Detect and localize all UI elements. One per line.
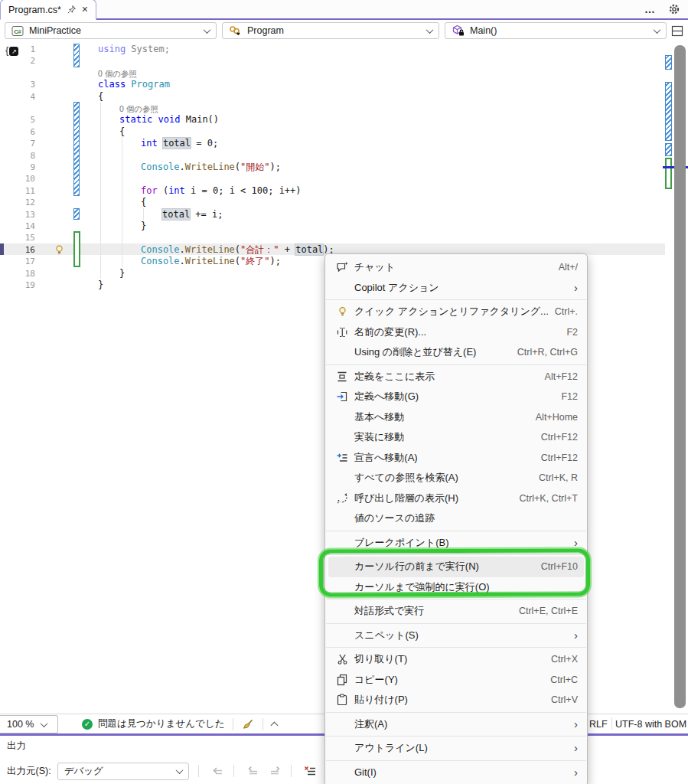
menu-item-label: 注釈(A): [354, 717, 387, 731]
menu-item-label: 値のソースの追跡: [354, 511, 435, 525]
method-private-icon: [452, 24, 465, 37]
settings-gear-icon[interactable]: [668, 3, 680, 15]
code-line[interactable]: 1using System;: [0, 44, 665, 55]
menu-item[interactable]: 定義をここに表示Alt+F12: [328, 367, 584, 387]
line-number: 18: [0, 268, 35, 279]
menu-item[interactable]: Copilot アクション›: [328, 278, 584, 299]
menu-item[interactable]: Git(I)›: [328, 763, 584, 783]
codelens-row[interactable]: 0 個の参照: [0, 67, 665, 79]
menu-item[interactable]: 切り取り(T)Ctrl+X: [328, 649, 584, 670]
submenu-chevron-icon: ›: [574, 720, 578, 728]
quick-action-lightbulb-icon[interactable]: [54, 244, 65, 256]
menu-item[interactable]: アウトライン(L)›: [328, 738, 584, 759]
menu-item-shortcut: Ctrl+E, Ctrl+E: [519, 606, 578, 616]
code-line[interactable]: 2: [0, 55, 665, 67]
submenu-chevron-icon: ›: [574, 769, 578, 776]
menu-item[interactable]: すべての参照を検索(A)Ctrl+K, R: [328, 468, 584, 488]
menu-item[interactable]: チャットAlt+/: [328, 257, 584, 278]
submenu-chevron-icon: ›: [574, 284, 578, 292]
code-text: {: [119, 126, 125, 138]
code-line[interactable]: 11for (int i = 0; i < 100; i++): [0, 185, 665, 197]
line-number: 4: [0, 91, 35, 103]
menu-item-label: クイック アクションとリファクタリング...: [354, 305, 549, 318]
type-dropdown[interactable]: Program: [222, 22, 439, 39]
code-line[interactable]: 15: [0, 232, 665, 243]
line-number: 5: [0, 114, 35, 126]
codelens-references-link[interactable]: 0 個の参照: [119, 103, 158, 115]
menu-item[interactable]: Using の削除と並び替え(E)Ctrl+R, Ctrl+G: [328, 342, 584, 363]
cut-icon: [333, 653, 351, 665]
caret-line-indicator: [0, 243, 4, 255]
menu-item-shortcut: Alt+F12: [545, 371, 578, 382]
line-number: 3: [0, 79, 35, 90]
menu-item[interactable]: 呼び出し階層の表示(H)Ctrl+K, Ctrl+T: [328, 488, 584, 509]
menu-item[interactable]: 貼り付け(P)Ctrl+V: [328, 690, 584, 710]
document-health[interactable]: ✓ 問題は見つかりませんでした: [82, 714, 277, 733]
codelens-row[interactable]: 0 個の参照: [0, 103, 665, 114]
tab-program-cs[interactable]: Program.cs* ×: [0, 0, 96, 20]
code-text: }: [98, 279, 103, 291]
menu-item-shortcut: Alt+Home: [536, 412, 578, 423]
chevron-down-icon[interactable]: [654, 26, 661, 34]
paste-icon: [333, 694, 351, 706]
chevron-down-icon[interactable]: [426, 26, 434, 34]
code-line[interactable]: 8: [0, 150, 665, 162]
line-number: 8: [0, 150, 35, 162]
visual-studio-window: Program.cs* × … C# MiniPractice Progra: [0, 0, 688, 784]
modified-lines-bar: [73, 208, 80, 220]
more-options-icon[interactable]: …: [644, 6, 656, 12]
menu-item[interactable]: カーソルまで強制的に実行(O): [328, 577, 584, 598]
code-line[interactable]: 3class Program: [0, 79, 665, 90]
menu-item[interactable]: ブレークポイント(B)›: [328, 533, 584, 554]
menu-item[interactable]: カーソル行の前まで実行(N)Ctrl+F10: [328, 557, 584, 577]
code-line[interactable]: 12{: [0, 197, 665, 208]
menu-item[interactable]: クイック アクションとリファクタリング...Ctrl+.: [328, 302, 584, 322]
codelens-references-link[interactable]: 0 個の参照: [98, 68, 137, 80]
split-window-icon[interactable]: [671, 25, 683, 37]
previous-run-icon[interactable]: [246, 766, 259, 776]
code-line[interactable]: 10: [0, 173, 665, 185]
code-line[interactable]: 7int total = 0;: [0, 138, 665, 149]
code-line[interactable]: 13total += i;: [0, 209, 665, 220]
menu-item[interactable]: 注釈(A)›: [328, 714, 584, 735]
code-line[interactable]: 9Console.WriteLine("開始");: [0, 162, 665, 173]
brace-structure-icon[interactable]: {↗: [5, 44, 18, 56]
menu-item-label: 名前の変更(R)...: [354, 325, 426, 339]
code-text: {: [98, 91, 103, 103]
pin-icon[interactable]: [67, 5, 77, 15]
menu-item[interactable]: 対話形式で実行Ctrl+E, Ctrl+E: [328, 601, 584, 622]
project-dropdown[interactable]: C# MiniPractice: [5, 22, 217, 39]
collapse-margin-icon[interactable]: [271, 722, 279, 730]
menu-item-label: 呼び出し階層の表示(H): [354, 492, 458, 505]
context-menu: チャットAlt+/Copilot アクション›クイック アクションとリファクタリ…: [324, 253, 588, 784]
code-cleanup-broom-icon[interactable]: [242, 718, 254, 730]
vertical-scrollbar[interactable]: [674, 45, 686, 708]
menu-item[interactable]: 値のソースの追跡: [328, 508, 584, 529]
member-dropdown[interactable]: Main(): [445, 22, 667, 39]
line-number: 7: [0, 138, 35, 149]
menu-item[interactable]: スニペット(S)›: [328, 626, 584, 646]
close-icon[interactable]: ×: [82, 5, 88, 15]
menu-item[interactable]: 基本へ移動Alt+Home: [328, 407, 584, 428]
code-line[interactable]: 14}: [0, 220, 665, 232]
menu-item-shortcut: Ctrl+K, R: [539, 472, 578, 483]
next-run-icon[interactable]: [269, 766, 282, 776]
output-source-dropdown[interactable]: デバッグ: [57, 763, 189, 780]
menu-item[interactable]: 宣言へ移動(A)Ctrl+F12: [328, 448, 584, 469]
encoding-indicator[interactable]: UTF-8 with BOM: [615, 714, 686, 733]
saved-change-bar: [73, 231, 80, 267]
menu-item-label: 宣言へ移動(A): [354, 451, 418, 465]
code-line[interactable]: 4{: [0, 91, 665, 103]
menu-item[interactable]: コピー(Y)Ctrl+C: [328, 670, 584, 691]
clear-all-icon[interactable]: [304, 766, 317, 777]
code-line[interactable]: 6{: [0, 126, 665, 138]
previous-message-icon[interactable]: [211, 766, 224, 776]
menu-item[interactable]: 名前の変更(R)...F2: [328, 322, 584, 343]
menu-item[interactable]: 定義へ移動(G)F12: [328, 387, 584, 407]
chevron-down-icon[interactable]: [204, 26, 211, 34]
code-line[interactable]: 5static void Main(): [0, 114, 665, 126]
line-ending-indicator[interactable]: RLF: [589, 714, 608, 733]
menu-item[interactable]: 実装に移動Ctrl+F12: [328, 427, 584, 448]
zoom-control[interactable]: 100 %: [0, 715, 58, 733]
menu-item-label: Git(I): [354, 766, 377, 778]
